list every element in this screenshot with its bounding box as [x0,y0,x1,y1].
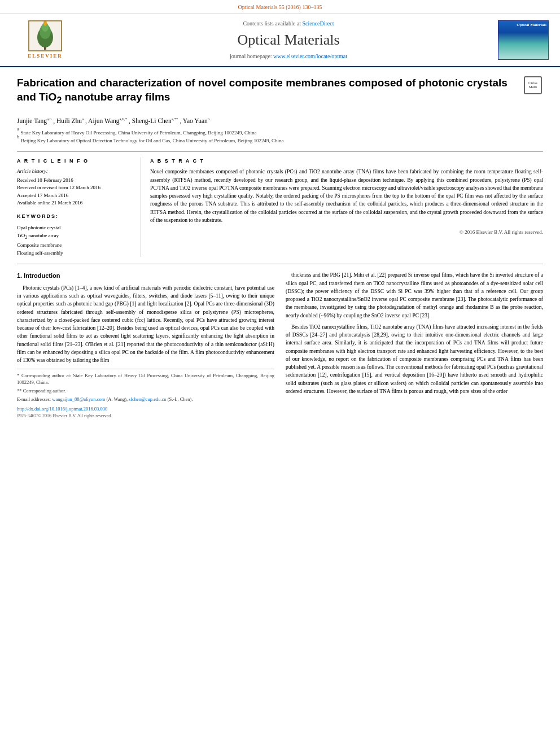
article-info-abstract: A R T I C L E I N F O Article history: R… [17,151,543,257]
abstract-heading: A B S T R A C T [150,158,543,165]
revised-date: Received in revised form 12 March 2016 [17,184,132,192]
authors: Junjie Tanga,b , Huili Zhua , Aijun Wang… [17,116,543,125]
journal-cover-label: Optical Materials [517,23,546,27]
footnotes: * Corresponding author at: State Key Lab… [17,369,274,419]
journal-header: ELSEVIER Contents lists available at Sci… [0,14,560,67]
abstract-text: Novel composite membranes composed of ph… [150,168,543,224]
body-right-col: thickness and the PBG [21]. Mihi et al. … [286,271,543,419]
journal-citation: Optical Materials 55 (2016) 130–135 [0,0,560,14]
elsevier-brand: ELSEVIER [28,53,63,60]
elsevier-logo: ELSEVIER [28,20,63,60]
article-title-section: Fabrication and characterization of nove… [17,76,543,111]
history-label: Article history: [17,168,132,175]
sciencedirect-link[interactable]: ScienceDirect [302,20,334,27]
sciencedirect-line: Contents lists available at ScienceDirec… [79,20,498,28]
body-left-col: 1. Introduction Photonic crystals (PCs) … [17,271,274,419]
affil-b: b Beijing Key Laboratory of Optical Dete… [17,137,543,145]
article-info-column: A R T I C L E I N F O Article history: R… [17,158,141,257]
affil-a: a State Key Laboratory of Heavy Oil Proc… [17,129,543,137]
abstract-column: A B S T R A C T Novel composite membrane… [141,158,543,257]
keyword-4: Floating self-assembly [17,249,132,257]
publisher-logo: ELSEVIER [11,20,79,60]
keyword-2: TiO2 nanotube array [17,231,132,241]
footnote-2: ** Corresponding author. [17,388,274,395]
affiliations: a State Key Laboratory of Heavy Oil Proc… [17,129,543,145]
elsevier-tree-icon [28,20,62,51]
crossmark-logo[interactable]: Cross Mark [524,76,542,94]
body-content: 1. Introduction Photonic crystals (PCs) … [17,271,543,419]
email-link-2[interactable]: slchen@cup.edu.cn [129,396,166,402]
article-title: Fabrication and characterization of nove… [17,76,517,106]
intro-para-col2-1: thickness and the PBG [21]. Mihi et al. … [286,271,543,320]
homepage-link[interactable]: www.elsevier.com/locate/optmat [273,53,347,59]
received-date: Received 10 February 2016 [17,177,132,185]
article-info-heading: A R T I C L E I N F O [17,158,132,165]
intro-para-1: Photonic crystals (PCs) [1–4], a new kin… [17,284,274,365]
copyright-line: © 2016 Elsevier B.V. All rights reserved… [150,229,543,236]
main-content: Fabrication and characterization of nove… [0,67,560,430]
footnote-1: * Corresponding author at: State Key Lab… [17,373,274,386]
keywords-section: Keywords: Opal photonic crystal TiO2 nan… [17,213,132,257]
article-title-text: Fabrication and characterization of nove… [17,76,517,111]
available-date: Available online 21 March 2016 [17,199,132,207]
journal-homepage: journal homepage: www.elsevier.com/locat… [79,53,498,60]
journal-cover-image: Optical Materials [498,21,548,59]
intro-section-title: 1. Introduction [17,271,274,281]
journal-cover: Optical Materials [498,20,549,60]
journal-header-center: Contents lists available at ScienceDirec… [79,20,498,60]
keyword-1: Opal photonic crystal [17,224,132,231]
keyword-3: Composite membrane [17,241,132,249]
citation-text: Optical Materials 55 (2016) 130–135 [238,4,322,10]
journal-title: Optical Materials [79,30,498,50]
crossmark[interactable]: Cross Mark [523,76,543,94]
keywords-heading: Keywords: [17,213,132,220]
section-divider [17,264,543,264]
intro-para-col2-2: Besides TiO2 nanocrystalline films, TiO2… [286,323,543,395]
article-history: Article history: Received 10 February 20… [17,168,132,207]
footnote-email: E-mail addresses: wangaijun_88@aliyun.co… [17,396,274,403]
issn-line: 0925-3467/© 2016 Elsevier B.V. All right… [17,413,274,420]
doi-link[interactable]: http://dx.doi.org/10.1016/j.optmat.2016.… [17,405,274,413]
accepted-date: Accepted 17 March 2016 [17,192,132,200]
email-link-1[interactable]: wangaijun_88@aliyun.com [52,396,105,402]
